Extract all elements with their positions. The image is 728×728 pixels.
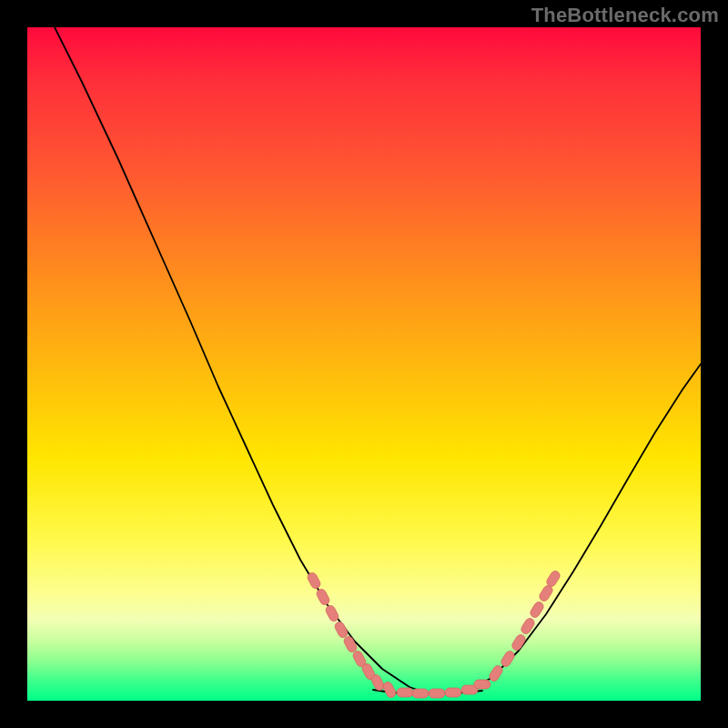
data-marker xyxy=(333,621,349,640)
plot-area xyxy=(27,27,701,701)
data-marker xyxy=(397,688,413,697)
data-marker xyxy=(315,588,330,607)
curve-right xyxy=(464,364,701,693)
data-marker xyxy=(538,584,554,603)
data-marker xyxy=(429,689,445,698)
data-marker xyxy=(500,650,516,669)
data-marker xyxy=(511,633,527,652)
data-marker xyxy=(412,689,429,698)
data-marker xyxy=(529,601,545,620)
data-marker xyxy=(520,617,536,636)
data-marker xyxy=(445,688,461,697)
chart-svg xyxy=(27,27,701,701)
data-marker xyxy=(474,680,490,689)
data-marker xyxy=(545,570,561,589)
data-marker xyxy=(342,635,358,654)
curve-left xyxy=(55,27,428,693)
marker-group xyxy=(306,570,561,700)
data-marker xyxy=(381,681,397,700)
watermark-label: TheBottleneck.com xyxy=(531,4,719,27)
